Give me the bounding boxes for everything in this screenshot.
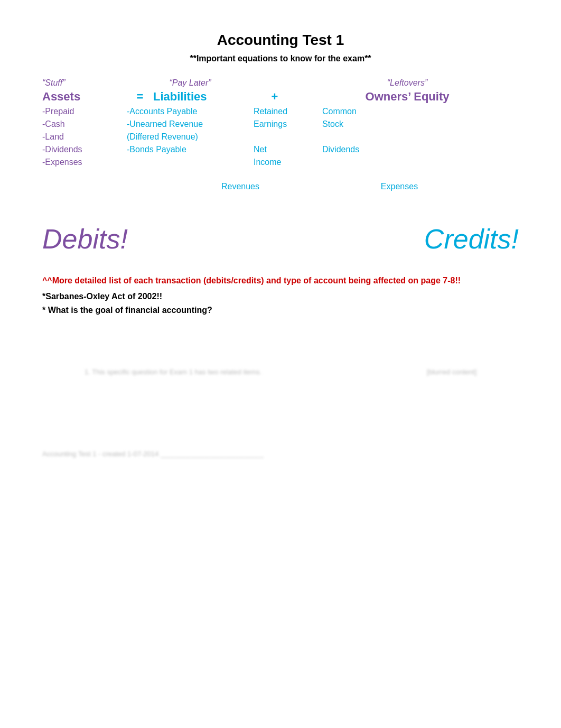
credits-label: Credits! <box>280 223 519 255</box>
items-row-1: -Prepaid -Accounts Payable Retained Comm… <box>42 107 519 118</box>
items-row-3: -Land (Differed Revenue) <box>42 132 519 144</box>
income-label: Income <box>254 158 322 167</box>
equity-label: Owners’ Equity <box>296 90 519 104</box>
assets-label: Assets <box>42 90 127 104</box>
liability-bonds-payable: -Bonds Payable <box>127 145 254 154</box>
note-2: *Sarbanes-Oxley Act of 2002!! <box>42 292 519 301</box>
dividends-equity-label: Dividends <box>322 145 519 154</box>
note-1: ^^More detailed list of each transaction… <box>42 276 519 285</box>
revenues-expenses-row: Revenues Expenses <box>42 182 519 191</box>
net-label: Net <box>254 145 322 154</box>
note-3: * What is the goal of financial accounti… <box>42 306 519 315</box>
asset-dividends: -Dividends <box>42 145 127 154</box>
page-title: Accounting Test 1 <box>42 32 519 49</box>
plus-sign: + <box>254 90 296 104</box>
retained-label: Retained <box>254 107 322 116</box>
items-row-2: -Cash -Unearned Revenue Earnings Stock <box>42 119 519 131</box>
debits-label: Debits! <box>42 223 280 255</box>
items-row-4: -Dividends -Bonds Payable Net Dividends <box>42 145 519 156</box>
notes-section: ^^More detailed list of each transaction… <box>42 276 519 315</box>
blurred-content: 1. This specific question for Exam 1 has… <box>42 357 519 386</box>
subtitle: **Important equations to know for the ex… <box>42 54 519 63</box>
liability-differed-revenue: (Differed Revenue) <box>127 132 254 142</box>
equals-sign: = <box>127 90 153 104</box>
earnings-label: Earnings <box>254 119 322 129</box>
asset-land: -Land <box>42 132 127 142</box>
pay-later-header: “Pay Later” <box>127 78 254 88</box>
expenses-label: Expenses <box>280 182 519 191</box>
header-row: “Stuff” “Pay Later” “Leftovers” <box>42 78 519 88</box>
revenues-label: Revenues <box>201 182 280 191</box>
liability-unearned-revenue: -Unearned Revenue <box>127 119 254 129</box>
equation-row: Assets = Liabilities + Owners’ Equity <box>42 90 519 104</box>
blurred-footer: Accounting Test 1 - created 1-07-2014 __… <box>42 450 519 458</box>
items-row-5: -Expenses Income <box>42 158 519 169</box>
asset-cash: -Cash <box>42 119 127 129</box>
asset-prepaid: -Prepaid <box>42 107 127 116</box>
common-label: Common <box>322 107 519 116</box>
liability-accounts-payable: -Accounts Payable <box>127 107 254 116</box>
leftovers-header: “Leftovers” <box>296 78 519 88</box>
debits-credits-section: Debits! Credits! <box>42 223 519 255</box>
stuff-header: “Stuff” <box>42 78 127 88</box>
stock-label: Stock <box>322 119 519 129</box>
liabilities-label: Liabilities <box>153 90 254 104</box>
asset-expenses: -Expenses <box>42 158 127 167</box>
